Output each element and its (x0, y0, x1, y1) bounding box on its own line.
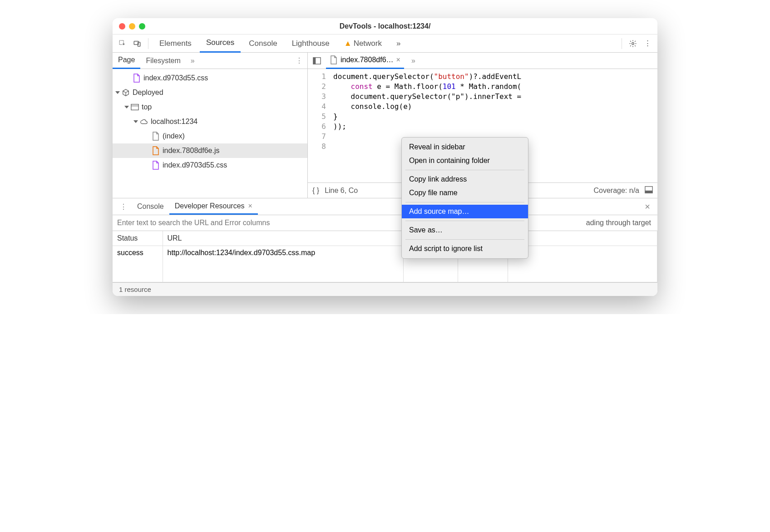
inspect-icon[interactable] (116, 37, 129, 50)
tree-file-js[interactable]: index.7808df6e.js (113, 143, 307, 158)
toggle-navigator-icon[interactable] (311, 54, 323, 67)
more-tabs-button[interactable]: » (186, 57, 199, 65)
tree-deployed[interactable]: Deployed (113, 85, 307, 100)
tab-page[interactable]: Page (113, 53, 140, 69)
close-icon[interactable]: × (248, 202, 252, 210)
cell-status: success (113, 246, 163, 282)
chevron-down-icon (124, 106, 129, 108)
ctx-reveal-in-sidebar[interactable]: Reveal in sidebar (402, 140, 528, 154)
chevron-down-icon (133, 120, 138, 123)
filename-label: index.d9703d55.css (143, 74, 208, 82)
col-error[interactable]: Error (508, 231, 657, 246)
tab-lighthouse[interactable]: Lighthouse (286, 34, 336, 53)
window-controls (119, 23, 145, 30)
drawer-tab-devres[interactable]: Developer Resources × (169, 198, 258, 215)
ctx-copy-link[interactable]: Copy link address (402, 172, 528, 186)
svg-rect-9 (645, 190, 652, 192)
cell-url: http://localhost:1234/index.d9703d55.css… (163, 246, 403, 282)
drawer-tab-console[interactable]: Console (132, 198, 169, 215)
kebab-icon[interactable]: ⋮ (291, 56, 307, 65)
filename-label: index.d9703d55.css (163, 161, 227, 169)
coverage-label: Coverage: n/a (593, 187, 639, 195)
ctx-copy-filename[interactable]: Copy file name (402, 186, 528, 200)
file-icon (152, 146, 160, 155)
tab-elements[interactable]: Elements (153, 34, 198, 53)
filename-label: (index) (163, 132, 185, 140)
filename-label: index.7808df6e.js (163, 147, 219, 155)
device-toggle-icon[interactable] (131, 37, 143, 50)
col-status[interactable]: Status (113, 231, 163, 246)
tab-filesystem[interactable]: Filesystem (140, 53, 186, 69)
drawer: ⋮ Console Developer Resources × × ading … (113, 198, 657, 296)
drawer-body: ading through target Status URL http://l… (113, 215, 657, 296)
main-content: Page Filesystem » ⋮ index.d9703d55.css D… (113, 53, 657, 198)
drawer-tabs: ⋮ Console Developer Resources × × (113, 198, 657, 215)
file-icon (133, 74, 141, 83)
file-tree: index.d9703d55.css Deployed top localhos… (113, 69, 307, 198)
col-url[interactable]: URL (163, 231, 403, 246)
drawer-footer: 1 resource (113, 282, 657, 296)
chevron-down-icon (115, 91, 120, 94)
tree-host[interactable]: localhost:1234 (113, 114, 307, 129)
tree-file-index[interactable]: (index) (113, 129, 307, 143)
svg-rect-0 (119, 40, 123, 44)
cube-icon (122, 88, 130, 97)
kebab-icon[interactable]: ⋮ (641, 37, 654, 50)
window-title: DevTools - localhost:1234/ (113, 22, 657, 30)
cloud-icon (140, 117, 148, 126)
file-icon (330, 55, 338, 64)
close-icon[interactable]: × (396, 56, 400, 64)
close-drawer-icon[interactable]: × (640, 202, 655, 212)
separator (622, 38, 622, 49)
search-row: ading through target (113, 215, 657, 231)
svg-point-3 (632, 42, 634, 44)
navigator-tabs: Page Filesystem » ⋮ (113, 53, 307, 69)
tree-top[interactable]: top (113, 100, 307, 114)
context-menu: Reveal in sidebar Open in containing fol… (401, 137, 528, 259)
tree-label: localhost:1234 (151, 118, 197, 126)
main-toolbar: Elements Sources Console Lighthouse ▲Net… (113, 34, 657, 53)
tree-label: Deployed (133, 89, 163, 97)
tab-network-label: Network (354, 39, 382, 48)
ctx-add-ignore[interactable]: Add script to ignore list (402, 242, 528, 256)
devtools-window: DevTools - localhost:1234/ Elements Sour… (113, 18, 657, 296)
separator (148, 38, 148, 49)
ctx-add-source-map[interactable]: Add source map… (402, 205, 528, 218)
window-icon (131, 103, 139, 112)
tree-file-css-nested[interactable]: index.d9703d55.css (113, 158, 307, 172)
file-icon (152, 161, 160, 170)
svg-rect-7 (313, 57, 316, 64)
load-through-target-label: ading through target (580, 219, 657, 227)
maximize-window-button[interactable] (139, 23, 145, 30)
titlebar: DevTools - localhost:1234/ (113, 18, 657, 34)
navigator-pane: Page Filesystem » ⋮ index.d9703d55.css D… (113, 53, 308, 198)
more-tabs-button[interactable]: » (390, 34, 407, 53)
more-tabs-button[interactable]: » (407, 57, 420, 65)
file-tab-label: index.7808df6… (341, 56, 394, 64)
separator (405, 202, 524, 202)
gear-icon[interactable] (627, 37, 639, 50)
svg-rect-4 (131, 104, 138, 110)
separator (405, 221, 524, 221)
editor-tabs: index.7808df6… × » (308, 53, 657, 69)
drawer-tab-label: Developer Resources (175, 202, 245, 210)
editor-tab-active[interactable]: index.7808df6… × (326, 53, 404, 69)
tab-network[interactable]: ▲Network (338, 34, 388, 53)
ctx-save-as[interactable]: Save as… (402, 223, 528, 237)
tree-label: top (142, 103, 152, 111)
warning-icon: ▲ (344, 39, 352, 48)
close-window-button[interactable] (119, 23, 125, 30)
file-icon (152, 132, 160, 141)
braces-icon[interactable]: { } (312, 187, 319, 195)
tree-file-css[interactable]: index.d9703d55.css (113, 71, 307, 85)
cell-error (508, 246, 657, 282)
minimize-window-button[interactable] (129, 23, 135, 30)
table-row[interactable]: success http://localhost:1234/index.d970… (113, 246, 657, 282)
ctx-open-containing-folder[interactable]: Open in containing folder (402, 154, 528, 167)
kebab-icon[interactable]: ⋮ (115, 202, 132, 211)
separator (405, 239, 524, 240)
line-gutter: 12345678 (308, 69, 331, 182)
tab-console[interactable]: Console (242, 34, 283, 53)
bottom-panel-icon[interactable] (645, 186, 653, 196)
tab-sources[interactable]: Sources (200, 34, 241, 53)
